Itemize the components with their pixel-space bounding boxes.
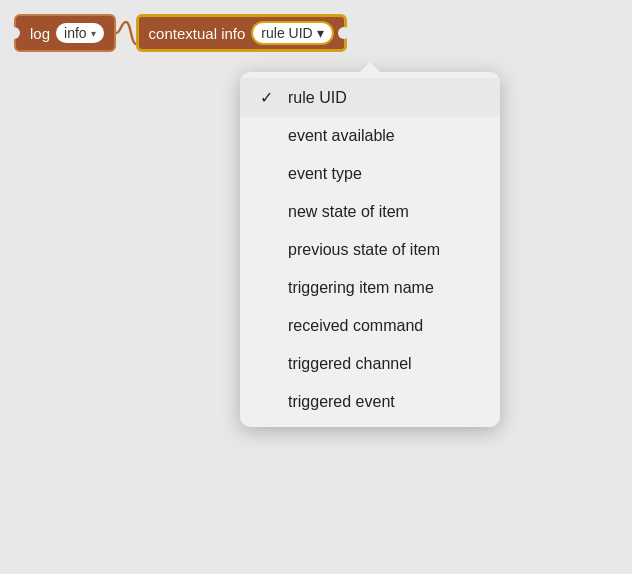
menu-item-received-command[interactable]: received command: [240, 307, 500, 345]
rule-uid-dropdown[interactable]: rule UID ▾: [251, 21, 333, 45]
check-icon-rule-uid: ✓: [260, 88, 276, 107]
rule-uid-value: rule UID: [261, 25, 312, 41]
menu-item-triggering-item[interactable]: triggering item name: [240, 269, 500, 307]
menu-item-event-available[interactable]: event available: [240, 117, 500, 155]
menu-item-label-previous-state: previous state of item: [288, 241, 440, 259]
connector-svg: [116, 14, 136, 52]
menu-item-label-event-available: event available: [288, 127, 395, 145]
block-row: log info ▾ contextual info rule UID ▾: [14, 14, 347, 52]
contextual-block: contextual info rule UID ▾: [136, 14, 347, 52]
log-block: log info ▾: [14, 14, 116, 52]
log-label: log: [30, 25, 50, 42]
menu-item-label-received-command: received command: [288, 317, 423, 335]
menu-item-label-triggered-event: triggered event: [288, 393, 395, 411]
menu-item-new-state[interactable]: new state of item: [240, 193, 500, 231]
menu-item-triggered-channel[interactable]: triggered channel: [240, 345, 500, 383]
menu-item-event-type[interactable]: event type: [240, 155, 500, 193]
info-value: info: [64, 25, 87, 41]
menu-item-label-rule-uid: rule UID: [288, 89, 347, 107]
rule-uid-arrow: ▾: [317, 25, 324, 41]
contextual-label: contextual info: [149, 25, 246, 42]
menu-item-triggered-event[interactable]: triggered event: [240, 383, 500, 421]
menu-item-previous-state[interactable]: previous state of item: [240, 231, 500, 269]
info-dropdown[interactable]: info ▾: [56, 23, 104, 43]
menu-item-rule-uid[interactable]: ✓rule UID: [240, 78, 500, 117]
block-connector: [116, 14, 136, 52]
menu-item-label-triggering-item: triggering item name: [288, 279, 434, 297]
menu-item-label-triggered-channel: triggered channel: [288, 355, 412, 373]
menu-item-label-new-state: new state of item: [288, 203, 409, 221]
dropdown-menu: ✓rule UIDevent availableevent typenew st…: [240, 72, 500, 427]
menu-item-label-event-type: event type: [288, 165, 362, 183]
info-arrow: ▾: [91, 28, 96, 39]
